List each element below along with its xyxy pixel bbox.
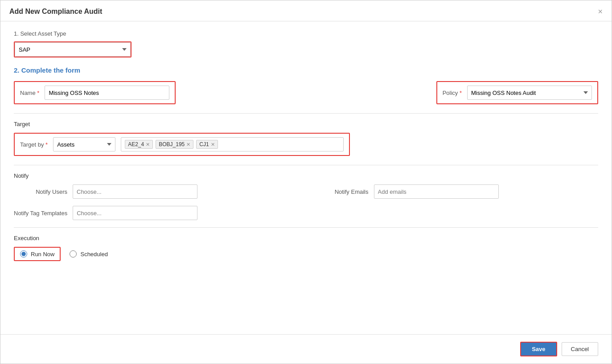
asset-type-select-wrapper: SAP <box>14 41 131 57</box>
policy-label: Policy * <box>443 90 462 96</box>
tag-bobj-195: BOBJ_195 ✕ <box>156 140 193 149</box>
tag-label: BOBJ_195 <box>159 141 185 147</box>
notify-emails-input[interactable] <box>374 184 499 199</box>
notify-users-label: Notify Users <box>14 188 67 195</box>
modal-footer: Save Cancel <box>0 334 612 364</box>
tag-remove-cj1[interactable]: ✕ <box>211 142 215 147</box>
execution-section: Execution Run Now Scheduled <box>14 227 598 261</box>
modal-body: 1. Select Asset Type SAP 2. Complete the… <box>0 21 612 334</box>
tag-label: CJ1 <box>199 141 209 147</box>
modal-container: Add New Compliance Audit × 1. Select Ass… <box>0 0 612 364</box>
target-row: Target by * Assets Groups Tags AE2_4 ✕ B… <box>14 133 350 156</box>
tag-ae2-4: AE2_4 ✕ <box>125 140 153 149</box>
notify-emails-item: Notify Emails <box>315 184 599 199</box>
save-button[interactable]: Save <box>520 342 557 356</box>
asset-type-select[interactable]: SAP <box>15 42 131 57</box>
notify-tag-templates-input[interactable] <box>73 206 197 220</box>
notify-users-input[interactable] <box>73 184 197 199</box>
target-divider <box>14 113 598 114</box>
notify-divider <box>14 165 598 165</box>
close-button[interactable]: × <box>598 8 603 16</box>
run-now-radio[interactable] <box>20 250 27 258</box>
execution-divider <box>14 227 598 228</box>
step2-label: 2. Complete the form <box>14 66 598 74</box>
target-section: Target Target by * Assets Groups Tags AE… <box>14 113 598 156</box>
tag-remove-bobj-195[interactable]: ✕ <box>186 142 190 147</box>
notify-tag-templates-label: Notify Tag Templates <box>14 210 67 217</box>
step1-label: 1. Select Asset Type <box>14 30 598 37</box>
step1-section: 1. Select Asset Type SAP <box>14 30 598 57</box>
modal-title: Add New Compliance Audit <box>9 8 102 16</box>
name-input[interactable] <box>45 86 169 100</box>
cancel-button[interactable]: Cancel <box>562 342 598 356</box>
notify-tag-templates-item: Notify Tag Templates <box>14 206 297 220</box>
notify-heading: Notify <box>14 172 598 179</box>
modal-header: Add New Compliance Audit × <box>0 0 612 21</box>
notify-empty <box>315 206 599 220</box>
notify-users-item: Notify Users <box>14 184 297 199</box>
target-by-label: Target by * <box>20 141 48 148</box>
tag-label: AE2_4 <box>128 141 144 147</box>
execution-heading: Execution <box>14 235 598 241</box>
scheduled-option: Scheduled <box>70 250 107 258</box>
scheduled-label[interactable]: Scheduled <box>80 251 107 258</box>
target-by-select[interactable]: Assets Groups Tags <box>53 137 115 151</box>
name-label: Name * <box>20 90 39 96</box>
run-now-option: Run Now <box>14 247 61 261</box>
radio-group: Run Now Scheduled <box>14 247 598 261</box>
notify-section: Notify Notify Users Notify Emails Notify… <box>14 165 598 220</box>
target-heading: Target <box>14 121 598 127</box>
name-group: Name * <box>14 81 176 104</box>
tag-cj1: CJ1 ✕ <box>196 140 218 149</box>
notify-grid: Notify Users Notify Emails Notify Tag Te… <box>14 184 598 220</box>
policy-group: Policy * Missing OSS Notes Audit <box>436 81 598 104</box>
run-now-label[interactable]: Run Now <box>31 251 54 258</box>
scheduled-radio[interactable] <box>70 250 77 258</box>
tag-remove-ae2-4[interactable]: ✕ <box>146 142 150 147</box>
notify-emails-label: Notify Emails <box>315 188 369 195</box>
tags-container: AE2_4 ✕ BOBJ_195 ✕ CJ1 ✕ <box>121 137 344 151</box>
name-policy-row: Name * Policy * Missing OSS Notes Audit <box>14 81 598 104</box>
policy-select[interactable]: Missing OSS Notes Audit <box>467 86 592 100</box>
